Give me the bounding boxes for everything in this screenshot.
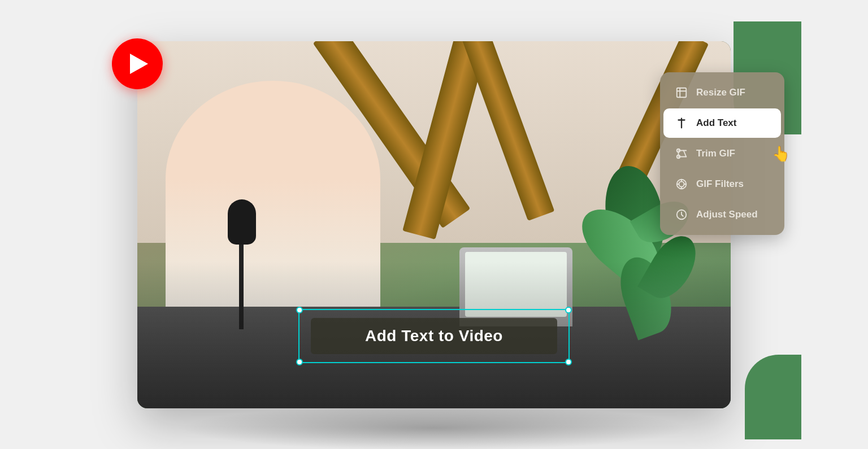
handle-top-left[interactable] <box>296 307 303 313</box>
speed-icon <box>675 208 688 221</box>
menu-item-gif-filters[interactable]: GIF Filters <box>663 169 781 199</box>
resize-icon <box>675 86 688 99</box>
mic-head <box>228 199 256 245</box>
cursor-hand-icon: 👆 <box>772 145 790 162</box>
handle-bottom-right[interactable] <box>565 359 572 365</box>
menu-item-add-text[interactable]: Add Text 👆 <box>663 108 781 138</box>
handle-bottom-left[interactable] <box>296 359 303 365</box>
menu-item-resize-gif[interactable]: Resize GIF <box>663 78 781 107</box>
filters-icon <box>675 177 688 191</box>
menu-item-adjust-speed[interactable]: Adjust Speed <box>663 200 781 229</box>
svg-point-10 <box>679 181 684 186</box>
play-icon <box>130 54 148 74</box>
handle-top-right[interactable] <box>565 307 572 313</box>
youtube-icon[interactable] <box>112 38 163 89</box>
menu-item-adjust-speed-label: Adjust Speed <box>696 209 758 220</box>
svg-line-8 <box>684 150 687 156</box>
menu-item-trim-gif[interactable]: Trim GIF <box>663 139 781 168</box>
video-card: Add Text to Video <box>137 41 731 408</box>
menu-item-add-text-label: Add Text <box>696 117 736 129</box>
svg-rect-0 <box>677 88 687 97</box>
text-overlay-label[interactable]: Add Text to Video <box>311 318 557 354</box>
context-menu: Resize GIF Add Text 👆 <box>660 72 784 235</box>
trim-icon <box>675 147 688 160</box>
green-corner-bottom <box>745 355 801 439</box>
text-icon <box>675 116 688 130</box>
menu-item-trim-gif-label: Trim GIF <box>696 148 735 159</box>
text-selection-border: Add Text to Video <box>298 309 570 363</box>
menu-item-resize-gif-label: Resize GIF <box>696 87 745 98</box>
bottom-shadow <box>180 406 688 450</box>
menu-item-gif-filters-label: GIF Filters <box>696 178 744 190</box>
text-overlay-container[interactable]: Add Text to Video <box>298 309 570 363</box>
scene-container: Add Text to Video Resize GIF A <box>95 21 773 428</box>
